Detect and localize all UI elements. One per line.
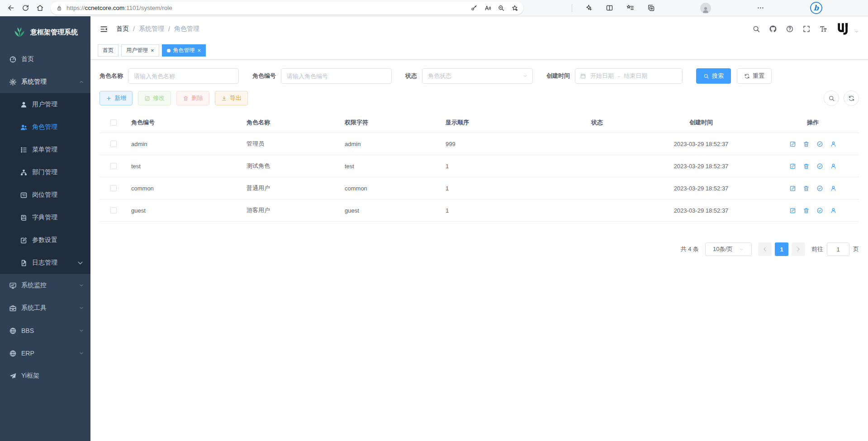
profile-avatar-icon[interactable] [700, 3, 711, 14]
user-logo-avatar[interactable] [836, 22, 850, 36]
home-icon[interactable] [33, 1, 47, 15]
row-delete-icon[interactable] [803, 185, 810, 192]
row-delete-icon[interactable] [803, 207, 810, 214]
row-edit-icon[interactable] [789, 141, 796, 147]
sidebar-item[interactable]: BBS [0, 319, 90, 342]
sidebar-subitem[interactable]: 字典管理 [0, 206, 90, 229]
close-tab-icon[interactable]: × [198, 47, 201, 53]
sidebar-subitem[interactable]: 用户管理 [0, 93, 90, 116]
github-icon[interactable] [769, 25, 777, 33]
search-icon-button[interactable] [824, 90, 839, 106]
column-header: 权限字符 [340, 119, 441, 127]
row-checkbox[interactable] [110, 207, 117, 213]
font-size-icon[interactable] [819, 25, 827, 33]
row-assign-user-icon[interactable] [830, 141, 837, 147]
sidebar-item-label: 系统工具 [21, 304, 74, 312]
export-button[interactable]: 导出 [215, 91, 248, 105]
sidebar-subitem[interactable]: 参数设置 [0, 229, 90, 251]
page-number[interactable]: 1 [775, 242, 788, 256]
sidebar-item[interactable]: 系统管理 [0, 71, 90, 93]
row-checkbox[interactable] [110, 141, 117, 147]
page-size-select[interactable]: 10条/页 [705, 242, 752, 256]
cell-name: 测试角色 [242, 162, 340, 170]
tab-active[interactable]: 角色管理× [162, 44, 206, 57]
row-delete-icon[interactable] [803, 163, 810, 170]
row-delete-icon[interactable] [803, 141, 810, 147]
back-icon[interactable] [4, 1, 18, 15]
help-icon[interactable] [786, 25, 794, 33]
add-button[interactable]: 新增 [100, 91, 133, 105]
delete-button[interactable]: 删除 [176, 91, 209, 105]
refresh-icon-button[interactable] [844, 90, 859, 106]
tab-item[interactable]: 用户管理× [121, 44, 159, 57]
sidebar-item[interactable]: Yi框架 [0, 365, 90, 387]
row-checkbox[interactable] [110, 163, 117, 169]
edit-icon [144, 95, 150, 101]
sidebar-item[interactable]: 首页 [0, 48, 90, 71]
sidebar-item-label: 系统监控 [21, 281, 74, 289]
search-icon [703, 73, 709, 79]
fullscreen-icon[interactable] [802, 25, 811, 33]
row-actions [789, 207, 837, 214]
globe-icon [9, 327, 17, 335]
sidebar-item[interactable]: 系统工具 [0, 297, 90, 319]
reset-button[interactable]: 重置 [737, 68, 772, 84]
next-page-button[interactable] [792, 242, 805, 256]
filter-form: 角色名称 角色编号 状态 角色状态 创建时间 [100, 68, 859, 84]
search-button[interactable]: 搜索 [696, 68, 731, 84]
user-icon [20, 101, 28, 109]
tab-label: 首页 [103, 47, 114, 54]
cell-created: 2023-03-29 18:52:37 [674, 141, 729, 147]
refresh-icon[interactable] [18, 1, 33, 15]
collections-icon[interactable] [644, 1, 658, 15]
sidebar-subitem[interactable]: 菜单管理 [0, 138, 90, 161]
tab-item[interactable]: 首页 [98, 44, 119, 57]
row-datascope-icon[interactable] [816, 163, 823, 170]
sidebar-subitem[interactable]: 部门管理 [0, 161, 90, 184]
cell-created: 2023-03-29 18:52:37 [674, 163, 729, 170]
sidebar-item[interactable]: ERP [0, 342, 90, 365]
address-bar[interactable]: https://ccnetcore.com:1101/system/role [51, 2, 523, 14]
close-tab-icon[interactable]: × [151, 47, 154, 53]
create-time-label: 创建时间 [546, 72, 570, 80]
header-search-icon[interactable] [752, 25, 760, 33]
chevron-down-icon [79, 283, 84, 288]
add-favorite-icon[interactable] [508, 2, 522, 14]
sidebar-subitem[interactable]: 岗位管理 [0, 184, 90, 206]
status-select[interactable]: 角色状态 [422, 68, 533, 84]
row-edit-icon[interactable] [789, 163, 796, 170]
sidebar-subitem[interactable]: 日志管理 [0, 251, 90, 274]
split-screen-icon[interactable] [602, 1, 617, 15]
leaf-logo-icon [13, 25, 26, 39]
browser-essentials-icon[interactable] [581, 1, 596, 15]
row-assign-user-icon[interactable] [830, 207, 837, 214]
date-range-picker[interactable]: 开始日期 - 结束日期 [575, 68, 683, 84]
row-edit-icon[interactable] [789, 207, 796, 214]
zoom-out-icon[interactable] [494, 2, 508, 14]
role-code-input[interactable] [281, 68, 392, 84]
row-datascope-icon[interactable] [816, 185, 823, 192]
row-datascope-icon[interactable] [816, 207, 823, 214]
prev-page-button[interactable] [758, 242, 772, 256]
table-row: common普通用户common12023-03-29 18:52:37 [100, 177, 859, 199]
jump-page-input[interactable] [827, 242, 849, 256]
row-datascope-icon[interactable] [816, 141, 823, 147]
select-all-checkbox[interactable] [110, 119, 117, 126]
sidebar-item[interactable]: 系统监控 [0, 274, 90, 297]
row-assign-user-icon[interactable] [830, 185, 837, 192]
cell-perm: common [340, 185, 441, 192]
role-name-input[interactable] [128, 68, 239, 84]
breadcrumb-item[interactable]: 首页 [116, 25, 129, 33]
cell-created: 2023-03-29 18:52:37 [674, 207, 729, 214]
sidebar-subitem[interactable]: 角色管理 [0, 116, 90, 138]
more-options-icon[interactable] [754, 1, 768, 15]
row-assign-user-icon[interactable] [830, 163, 837, 170]
collapse-sidebar-icon[interactable] [100, 25, 108, 33]
read-aloud-icon[interactable] [481, 2, 494, 14]
row-edit-icon[interactable] [789, 185, 796, 192]
modify-button[interactable]: 修改 [138, 91, 171, 105]
password-key-icon[interactable] [467, 2, 481, 14]
row-checkbox[interactable] [110, 185, 117, 191]
favorites-icon[interactable] [623, 1, 637, 15]
bing-copilot-icon[interactable]: b [810, 2, 822, 14]
